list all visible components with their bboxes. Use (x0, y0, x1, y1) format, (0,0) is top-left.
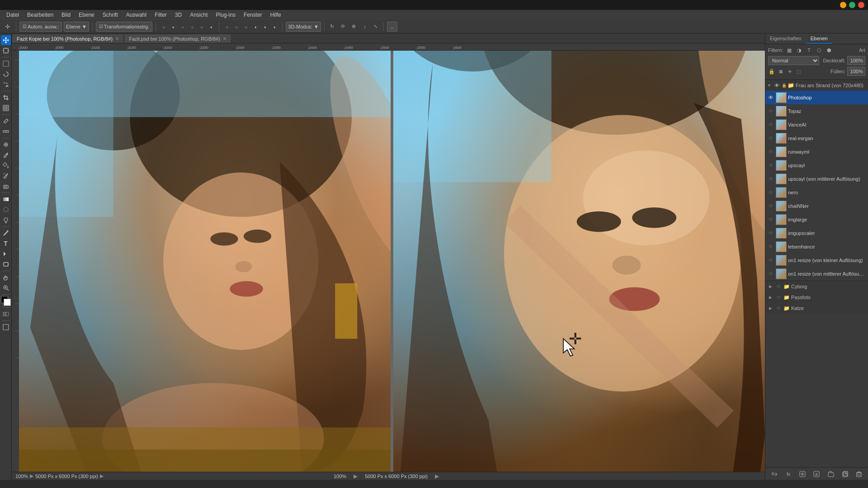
layer-eye-runwaym[interactable]: 👁 (767, 148, 774, 155)
group-header-frau[interactable]: ▼ 👁 🔒 📁 Frau am Strand (von 720x480) (765, 80, 868, 91)
move-tool[interactable] (1, 35, 11, 45)
dist-vcenter-icon[interactable]: ⬧ (260, 22, 269, 31)
right-zoom-arrow[interactable]: ▶ (354, 473, 358, 479)
object-select-tool[interactable] (1, 80, 11, 89)
filter-shape-icon[interactable]: ⬡ (815, 46, 823, 54)
align-bottom-icon[interactable]: ⬧ (207, 22, 216, 31)
layer-eye-chainier[interactable]: 👁 (767, 202, 774, 210)
lock-artboard-icon[interactable]: ⬚ (795, 68, 802, 75)
group-eye-frau[interactable]: 👁 (773, 82, 780, 89)
layer-eye-on1resize[interactable]: 👁 (767, 257, 774, 264)
group-header-passfoto[interactable]: ▶ 👁 📁 Passfoto (765, 292, 868, 303)
rectangular-select-tool[interactable] (1, 59, 11, 69)
dist-right-icon[interactable]: ⬦ (241, 22, 250, 31)
path-selection-tool[interactable] (1, 249, 11, 259)
close-btn[interactable] (858, 2, 864, 8)
layer-item-imguscaler[interactable]: 👁 imgupscaler (765, 226, 868, 240)
layer-eye-realgan[interactable]: 👁 (767, 135, 774, 142)
layer-eye-topaz[interactable]: 👁 (767, 108, 774, 115)
group-eye-passfoto[interactable]: 👁 (775, 294, 782, 301)
auto-select-dropdown[interactable]: Ebene ▼ (64, 22, 89, 32)
filter-smart-icon[interactable]: ⬢ (825, 46, 833, 54)
rectangle-tool[interactable] (1, 259, 11, 269)
doc-panel-left[interactable] (19, 51, 391, 472)
roll-3d-icon[interactable]: ⟳ (339, 22, 348, 31)
menu-auswahl[interactable]: Auswahl (123, 11, 150, 19)
align-right-icon[interactable]: ⬦ (178, 22, 187, 31)
more-options-btn[interactable]: ... (387, 22, 397, 32)
lasso-tool[interactable] (1, 69, 11, 79)
slide-3d-icon[interactable]: ↕ (360, 22, 369, 31)
dist-top-icon[interactable]: ⬧ (251, 22, 260, 31)
menu-hilfe[interactable]: Hilfe (267, 11, 285, 19)
layer-eye-imglarge[interactable]: 👁 (767, 216, 774, 223)
lock-all-icon[interactable]: 🔒 (768, 68, 775, 75)
layer-group-btn[interactable] (826, 469, 835, 479)
ruler-tool[interactable] (1, 127, 11, 136)
layer-item-photoshop[interactable]: 👁 Photoshop (765, 91, 868, 104)
group-eye-cyborg[interactable]: 👁 (775, 283, 782, 290)
dodge-tool[interactable] (1, 215, 11, 225)
left-zoom-arrow[interactable]: ▶ (30, 473, 33, 479)
zoom-tool[interactable] (1, 283, 11, 293)
menu-schrift[interactable]: Schrift (99, 11, 122, 19)
lock-pos-icon[interactable]: ✛ (786, 68, 793, 75)
eyedropper-tool[interactable] (1, 116, 11, 126)
align-top-icon[interactable]: ⬧ (169, 22, 178, 31)
layers-tab[interactable]: Ebenen (806, 33, 832, 44)
menu-plugins[interactable]: Plug-ins (212, 11, 239, 19)
layer-eye-vancea[interactable]: 👁 (767, 121, 774, 128)
text-tool[interactable]: T (1, 239, 11, 249)
color-swatches[interactable] (1, 296, 11, 306)
minimize-btn[interactable] (840, 2, 846, 8)
layer-link-btn[interactable] (770, 469, 779, 479)
menu-3d[interactable]: 3D (171, 11, 185, 19)
eraser-tool[interactable] (1, 181, 11, 191)
layer-item-imglarge[interactable]: 👁 imglarge (765, 213, 868, 226)
blur-tool[interactable] (1, 205, 11, 215)
hand-tool[interactable] (1, 272, 11, 282)
doc-tab-left-close[interactable]: ✕ (115, 36, 119, 41)
layer-item-realgan[interactable]: 👁 real-esrgan (765, 131, 868, 145)
dist-hcenter-icon[interactable]: ⬦ (232, 22, 241, 31)
group-header-cyborg[interactable]: ▶ 👁 📁 Cyborg (765, 281, 868, 292)
layer-item-chainier[interactable]: 👁 chaiNNer (765, 199, 868, 213)
layer-mask-btn[interactable] (798, 469, 807, 479)
background-color[interactable] (4, 299, 11, 306)
doc-tab-right-close[interactable]: ✕ (223, 36, 226, 41)
doc-tab-right[interactable]: Fazit.psd bei 100% (Photoshop, RGB/8#) ✕ (124, 34, 231, 43)
layer-fx-btn[interactable]: fx (784, 469, 793, 479)
filter-pixel-icon[interactable]: ▦ (785, 46, 793, 54)
spot-heal-tool[interactable] (1, 140, 11, 150)
menu-filter[interactable]: Filter (151, 11, 170, 19)
clone-stamp-tool[interactable] (1, 160, 11, 170)
layer-eye-upscayl[interactable]: 👁 (767, 162, 774, 169)
layer-item-on1resize2[interactable]: 👁 on1 resize (von mittlerer Auflösung) (765, 267, 868, 281)
layer-eye-on1resize2[interactable]: 👁 (767, 270, 774, 277)
menu-datei[interactable]: Datei (3, 11, 23, 19)
move-tool-icon[interactable]: ✛ (3, 22, 13, 32)
layer-eye-letenhance[interactable]: 👁 (767, 243, 774, 250)
right-info-arrow[interactable]: ▶ (435, 473, 439, 479)
layer-eye-photoshop[interactable]: 👁 (767, 94, 774, 101)
align-vcenter-icon[interactable]: ⬦ (197, 22, 206, 31)
dist-bottom-icon[interactable]: ⬧ (270, 22, 279, 31)
menu-ansicht[interactable]: Ansicht (186, 11, 211, 19)
brush-tool[interactable] (1, 150, 11, 160)
maximize-btn[interactable] (849, 2, 855, 8)
layer-item-topaz[interactable]: 👁 Topaz (765, 104, 868, 118)
layer-eye-nero[interactable]: 👁 (767, 189, 774, 196)
lock-pixel-icon[interactable]: ▦ (777, 68, 784, 75)
layer-item-runwaym[interactable]: 👁 runwayml (765, 145, 868, 159)
filter-adjust-icon[interactable]: ◑ (795, 46, 803, 54)
doc-tab-left[interactable]: Fazit Kopie bei 100% (Photoshop, RGB/8#)… (12, 34, 124, 43)
fill-input[interactable] (847, 67, 865, 76)
left-info-arrow[interactable]: ▶ (100, 473, 104, 479)
layer-delete-btn[interactable] (854, 469, 863, 479)
group-eye-katze[interactable]: 👁 (775, 305, 782, 312)
layer-eye-imguscaler[interactable]: 👁 (767, 230, 774, 237)
layer-item-on1resize[interactable]: 👁 on1 resize (von kleiner Auflösung) (765, 253, 868, 267)
opacity-input[interactable] (847, 56, 865, 65)
crop-tool[interactable] (1, 93, 11, 103)
dist-left-icon[interactable]: ⬦ (222, 22, 231, 31)
